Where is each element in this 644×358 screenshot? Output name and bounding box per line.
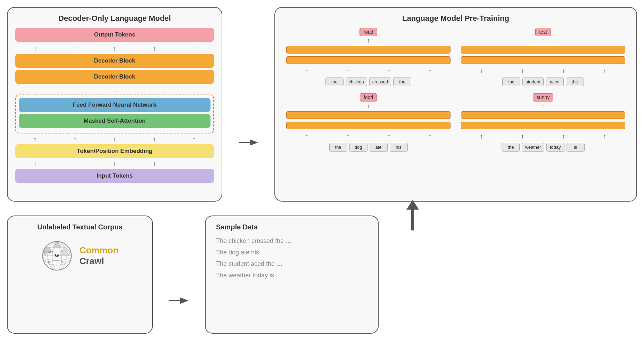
token-ate: ate [370,143,388,152]
arr-ex2-4: ↑ [603,67,606,75]
crawl-word: Crawl [80,256,119,267]
token-is: is [567,143,585,152]
orange-bar-2b [461,56,625,64]
token-the-5: the [329,143,347,152]
svg-text:維: 維 [47,260,50,263]
token-row-2: the student aced the [461,78,625,86]
orange-bar-3b [286,122,451,129]
arrow-up-triangle [406,200,419,210]
arrows-ex1: ↑ ↑ ↑ ↑ [286,67,451,75]
token-row-3: the dog ate his [286,143,451,152]
arrows-to-output: ↑ ↑ ↑ ↑ ↑ [15,45,214,52]
arrow-up-i3: ↑ [113,160,116,168]
token-the-1: the [325,78,344,86]
token-chicken: chicken [346,78,367,86]
arrow-up-e1: ↑ [34,136,37,143]
svg-text:W: W [54,253,59,259]
wikipedia-logo: W Ω И 維 [41,240,73,271]
arrows-from-embed: ↑ ↑ ↑ ↑ ↑ [15,136,214,143]
arrow-up-3: ↑ [113,45,116,52]
token-aced: aced [546,78,564,86]
sample-panel-title: Sample Data [216,223,368,231]
arrow-up-stem [411,210,414,230]
lm-examples-grid: road ↑ ↑ ↑ ↑ ↑ the chicken crossed the [283,28,629,152]
orange-bar-3a [286,111,451,119]
orange-bar-2a [461,46,625,54]
lm-panel-title: Language Model Pre-Training [283,14,629,23]
prediction-sunny: sunny [533,93,553,101]
sample-panel: Sample Data The chicken crossed the … Th… [205,215,379,334]
corpus-to-sample-arrow [167,257,191,344]
arr-ex4-1: ↑ [480,133,483,140]
sample-to-lm-arrow [406,200,419,230]
token-row-4: the weather today is [461,143,625,152]
arr-ex3-4: ↑ [428,133,431,140]
arr-ex1-1: ↑ [305,67,308,75]
decoder-panel: Decoder-Only Language Model Output Token… [7,7,222,202]
arrow-up-test: ↑ [542,38,545,44]
output-tokens-layer: Output Tokens [15,28,214,42]
arrow-up-i4: ↑ [153,160,156,168]
arrow-up-road: ↑ [367,38,370,44]
token-the-2: the [393,78,411,86]
arr-ex2-2: ↑ [521,67,524,75]
token-dog: dog [349,143,368,152]
svg-text:Ω: Ω [49,251,51,254]
arrows-ex3: ↑ ↑ ↑ ↑ [286,133,451,140]
token-the-3: the [502,78,520,86]
arr-ex4-4: ↑ [603,133,606,140]
sample-line-1: The chicken crossed the … [216,237,368,245]
arrow-up-e4: ↑ [153,136,156,143]
arr-ex1-4: ↑ [428,67,431,75]
arrow-up-2: ↑ [73,45,76,52]
decoder-inner-box: Feed Forward Neural Network Masked Self-… [15,95,214,133]
orange-bar-4b [461,122,625,129]
common-crawl-logo: Common Crawl [80,245,119,267]
token-his: his [390,143,408,152]
arrow-up-4: ↑ [153,45,156,52]
arr-ex1-3: ↑ [387,67,390,75]
lm-example-4: sunny ↑ ↑ ↑ ↑ ↑ the weather today is [461,93,625,152]
token-crossed: crossed [369,78,391,86]
sample-line-2: The dog ate his … [216,249,368,256]
lm-example-2: test ↑ ↑ ↑ ↑ ↑ the student aced the [461,28,625,86]
decoder-block-1: Decoder Block [15,54,214,68]
arrow-up-1: ↑ [34,45,37,52]
ffnn-layer: Feed Forward Neural Network [19,98,210,112]
decoder-panel-title: Decoder-Only Language Model [15,14,214,23]
arrow-up-i1: ↑ [34,160,37,168]
sample-line-3: The student aced the … [216,260,368,268]
arrow-up-e3: ↑ [113,136,116,143]
corpus-panel: Unlabeled Textual Corpus [7,215,153,334]
arr-ex1-2: ↑ [346,67,349,75]
common-word: Common [80,245,119,256]
arr-ex4-2: ↑ [521,133,524,140]
lm-example-3: food ↑ ↑ ↑ ↑ ↑ the dog ate his [286,93,451,152]
token-weather: weather [522,143,544,152]
bottom-row: Unlabeled Textual Corpus [7,215,637,344]
orange-bar-4a [461,111,625,119]
arr-ex4-3: ↑ [562,133,565,140]
lm-panel: Language Model Pre-Training road ↑ ↑ ↑ ↑… [274,7,637,202]
top-row: Decoder-Only Language Model Output Token… [7,7,637,209]
main-container: Decoder-Only Language Model Output Token… [0,0,644,358]
decoder-block-2: Decoder Block [15,70,214,84]
token-student: student [522,78,544,86]
arr-ex2-1: ↑ [480,67,483,75]
arrows-from-input: ↑ ↑ ↑ ↑ ↑ [15,160,214,168]
token-row-1: the chicken crossed the [286,78,451,86]
decoder-to-lm-arrow [236,76,261,209]
svg-text:И: И [60,260,63,263]
prediction-food: food [360,93,377,101]
token-embedding-layer: Token/Position Embedding [15,144,214,158]
orange-bar-1a [286,46,451,54]
input-tokens-layer: Input Tokens [15,169,214,183]
token-the-4: the [566,78,584,86]
sample-line-4: The weather today is … [216,272,368,279]
arrow-up-i2: ↑ [73,160,76,168]
arr-ex3-2: ↑ [346,133,349,140]
token-the-6: the [502,143,520,152]
arr-ex3-1: ↑ [305,133,308,140]
arrow-up-5: ↑ [192,45,196,52]
lm-example-1: road ↑ ↑ ↑ ↑ ↑ the chicken crossed the [286,28,451,86]
